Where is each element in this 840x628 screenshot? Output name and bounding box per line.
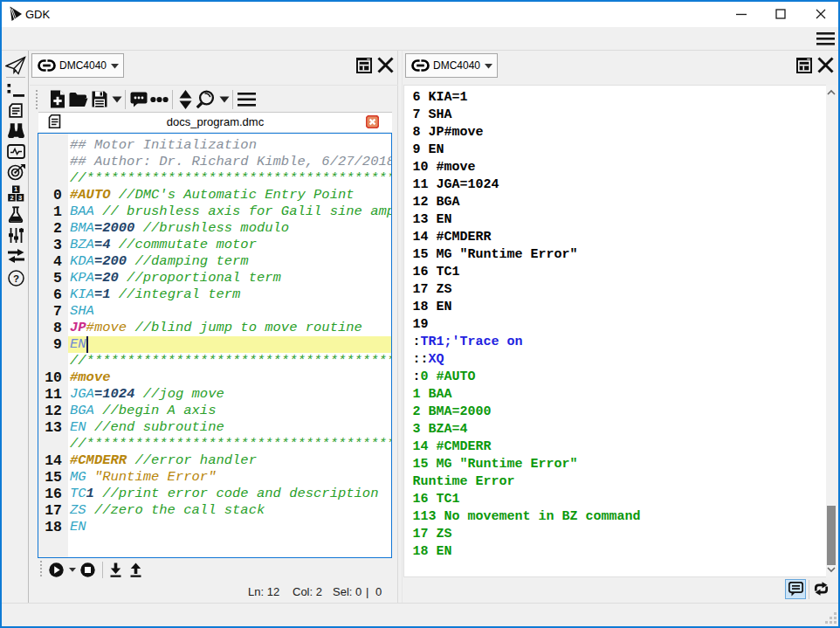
svg-text:3: 3 xyxy=(18,194,22,202)
svg-text:?: ? xyxy=(13,273,19,284)
svg-text:2: 2 xyxy=(10,194,13,202)
svg-text:1: 1 xyxy=(14,185,17,193)
